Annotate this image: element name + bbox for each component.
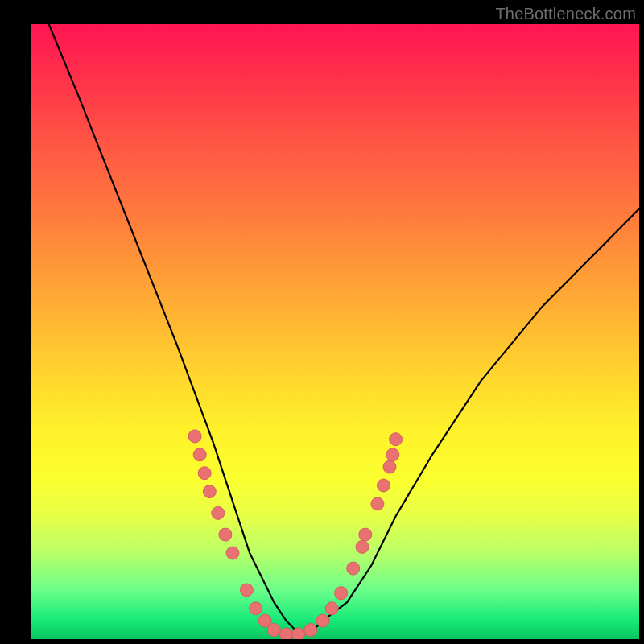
data-marker: [203, 485, 216, 498]
data-marker: [316, 614, 329, 627]
data-marker: [347, 562, 360, 575]
data-marker: [212, 506, 225, 519]
data-marker: [386, 448, 399, 461]
data-marker: [250, 602, 262, 615]
data-marker: [371, 497, 384, 510]
data-marker: [198, 467, 211, 480]
data-marker: [390, 433, 402, 446]
data-marker: [226, 547, 239, 559]
data-marker: [188, 430, 201, 443]
plot-area: [31, 24, 639, 639]
data-marker: [383, 460, 396, 473]
watermark-text: TheBottleneck.com: [495, 5, 636, 23]
data-marker: [356, 540, 369, 553]
data-marker: [267, 624, 280, 637]
marker-group: [188, 430, 402, 639]
data-marker: [193, 448, 206, 461]
data-marker: [378, 479, 390, 492]
data-marker: [325, 602, 338, 615]
data-marker: [219, 528, 232, 541]
data-marker: [335, 587, 348, 600]
bottleneck-curve: [49, 24, 639, 633]
data-marker: [240, 584, 253, 597]
data-marker: [359, 528, 372, 541]
chart-frame: TheBottleneck.com: [0, 0, 644, 644]
data-marker: [280, 628, 293, 639]
data-marker: [304, 624, 317, 637]
data-marker: [292, 628, 305, 639]
chart-svg: [31, 24, 639, 639]
